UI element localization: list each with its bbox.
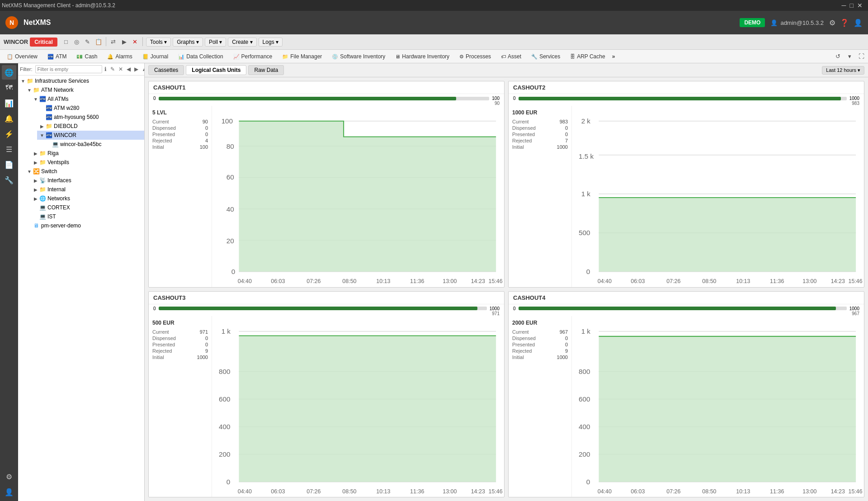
tab-processes[interactable]: ⚙Processes [454, 51, 496, 61]
tree-item-cortex[interactable]: 💻 CORTEX [31, 203, 144, 212]
tree-item-atm-network[interactable]: ▼ 📁 ATM Network [24, 85, 144, 95]
sidebar-reports-icon[interactable]: 📄 [2, 157, 16, 172]
sidebar-map-icon[interactable]: 🗺 [2, 80, 16, 95]
cashout1-progress-bg [159, 97, 490, 100]
close-button[interactable]: ✕ [857, 2, 863, 9]
tab-cassettes[interactable]: Cassettes [148, 65, 184, 75]
tab-asset[interactable]: 🏷Asset [496, 51, 526, 61]
tree-item-ist[interactable]: 💻 IST [31, 212, 144, 221]
user-account-icon[interactable]: 👤 [854, 19, 863, 27]
cashout1-val: 90 [495, 101, 500, 106]
tree-item-interfaces[interactable]: ▶ 📡 Interfaces [31, 176, 144, 185]
tab-logical-cash-units[interactable]: Logical Cash Units [186, 65, 246, 75]
expand-icon[interactable]: ▶ [33, 159, 39, 165]
expand-icon[interactable]: ▼ [26, 87, 33, 93]
filter-clear-icon[interactable]: ✕ [117, 66, 124, 73]
time-range-selector[interactable]: Last 12 hours ▾ [822, 66, 864, 75]
logs-menu[interactable]: Logs ▾ [259, 38, 283, 47]
tab-file-manager[interactable]: 📁File Manager [277, 51, 327, 61]
nav-forward-icon[interactable]: ▶ [133, 66, 140, 73]
sidebar-infrastructure-icon[interactable]: 🌐 [2, 65, 16, 80]
expand-icon[interactable]: ▶ [33, 150, 39, 156]
svg-text:500: 500 [579, 229, 590, 236]
tab-hardware-inventory[interactable]: 🖥Hardware Inventory [390, 51, 454, 61]
maximize-button[interactable]: □ [850, 2, 854, 9]
tree-item-switch[interactable]: ▼ 🔀 Switch [24, 167, 144, 176]
tab-performance[interactable]: 📈Performance [228, 51, 278, 61]
minimize-button[interactable]: ─ [842, 2, 846, 9]
cashout1-min: 0 [153, 96, 156, 101]
sidebar-admin-icon[interactable]: 👤 [2, 485, 16, 499]
cashout2-svg: 0 500 1 k 1.5 k 2 k [574, 108, 862, 285]
expand-icon[interactable]: ▶ [33, 177, 39, 184]
critical-button[interactable]: Critical [30, 38, 57, 47]
content-tabs: Cassettes Logical Cash Units Raw Data La… [145, 63, 868, 77]
tab-data-collection[interactable]: 📊Data Collection [173, 51, 228, 61]
tree-item-wincor-device[interactable]: 💻 wincor-ba3e45bc [43, 140, 144, 149]
settings-icon[interactable]: ⚙ [829, 19, 835, 27]
tree-label: Ventspils [47, 159, 69, 165]
filter-input[interactable] [35, 65, 102, 73]
expand-icon[interactable]: ▶ [33, 195, 39, 202]
sidebar-events-icon[interactable]: ⚡ [2, 127, 16, 141]
tab-arp-cache[interactable]: 🗄ARP Cache [565, 51, 610, 61]
sidebar-tools-icon[interactable]: 🔧 [2, 173, 16, 187]
expand-icon[interactable]: ▶ [39, 123, 45, 129]
more-tabs-icon[interactable]: » [612, 53, 615, 60]
sidebar-alarms-icon[interactable]: 🔔 [2, 111, 16, 126]
tb-icon-6[interactable]: ▶ [119, 37, 129, 47]
tb-icon-5[interactable]: ⇄ [108, 37, 118, 47]
filter-info-icon[interactable]: ℹ [103, 66, 108, 73]
tree-item-infrastructure-services[interactable]: ▼ 📁 Infrastructure Services [18, 76, 144, 85]
cashout4-current-row: Current 967 [512, 329, 568, 335]
tree-label: Interfaces [47, 177, 71, 184]
tab-fullscreen-icon[interactable]: ⛶ [856, 52, 866, 61]
tree-item-internal[interactable]: ▶ 📁 Internal [31, 185, 144, 194]
tools-menu[interactable]: Tools ▾ [146, 38, 171, 47]
nav-up-icon[interactable]: ▲ [141, 66, 145, 73]
tb-icon-4[interactable]: 📋 [94, 37, 104, 47]
tab-cash[interactable]: 💵Cash [71, 51, 102, 61]
tab-overview[interactable]: 📋Overview [2, 51, 42, 61]
expand-icon[interactable]: ▼ [20, 78, 26, 84]
tb-icon-delete[interactable]: ✕ [130, 37, 140, 47]
tree-item-atm-w280[interactable]: 🏧 ATM w280 [37, 104, 144, 113]
tree-label: pm-server-demo [41, 222, 81, 229]
tab-alarms[interactable]: 🔔Alarms [102, 51, 137, 61]
expand-icon[interactable]: ▼ [39, 132, 45, 138]
nav-back-icon[interactable]: ◀ [125, 66, 132, 73]
svg-text:14:23: 14:23 [471, 488, 485, 494]
tree-item-pm-server[interactable]: 🖥 pm-server-demo [24, 221, 144, 230]
sidebar-dashboard-icon[interactable]: 📊 [2, 96, 16, 110]
tree-item-networks[interactable]: ▶ 🌐 Networks [31, 194, 144, 203]
tree-item-wincor[interactable]: ▼ 🏧 WINCOR [37, 131, 144, 140]
tb-icon-1[interactable]: □ [61, 37, 71, 47]
create-menu[interactable]: Create ▾ [228, 38, 256, 47]
tree-item-riga[interactable]: ▶ 📁 Riga [31, 149, 144, 158]
tab-atm[interactable]: 🏧ATM [42, 51, 71, 61]
user-info: 👤 admin@10.5.3.2 [770, 19, 824, 26]
tree-item-atm-hyosung[interactable]: 🏧 atm-hyosung 5600 [37, 113, 144, 122]
filter-edit-icon[interactable]: ✎ [109, 66, 116, 73]
tab-menu-icon[interactable]: ▾ [844, 52, 854, 61]
tree-item-diebold[interactable]: ▶ 📁 DIEBOLD [37, 122, 144, 131]
sidebar-list-icon[interactable]: ☰ [2, 142, 16, 156]
poll-menu[interactable]: Poll ▾ [205, 38, 226, 47]
cashout3-title: CASHOUT3 [149, 292, 504, 304]
expand-icon[interactable]: ▼ [33, 96, 39, 102]
expand-icon[interactable]: ▶ [33, 186, 39, 193]
tree-item-all-atms[interactable]: ▼ 🏧 All ATMs [31, 95, 144, 104]
tab-software-inventory[interactable]: 💿Software Inventory [327, 51, 390, 61]
tree-item-ventspils[interactable]: ▶ 📁 Ventspils [31, 158, 144, 167]
tab-refresh-icon[interactable]: ↺ [833, 52, 843, 61]
expand-icon[interactable]: ▼ [26, 168, 33, 175]
tab-journal[interactable]: 📒Journal [137, 51, 173, 61]
tab-services[interactable]: 🔧Services [526, 51, 565, 61]
graphs-menu[interactable]: Graphs ▾ [173, 38, 203, 47]
tab-raw-data[interactable]: Raw Data [248, 65, 284, 75]
tb-icon-3[interactable]: ✎ [83, 37, 93, 47]
help-icon[interactable]: ❓ [840, 19, 849, 27]
tb-icon-2[interactable]: ◎ [72, 37, 82, 47]
cashout2-val: 983 [852, 101, 859, 106]
sidebar-settings-icon[interactable]: ⚙ [2, 469, 16, 484]
